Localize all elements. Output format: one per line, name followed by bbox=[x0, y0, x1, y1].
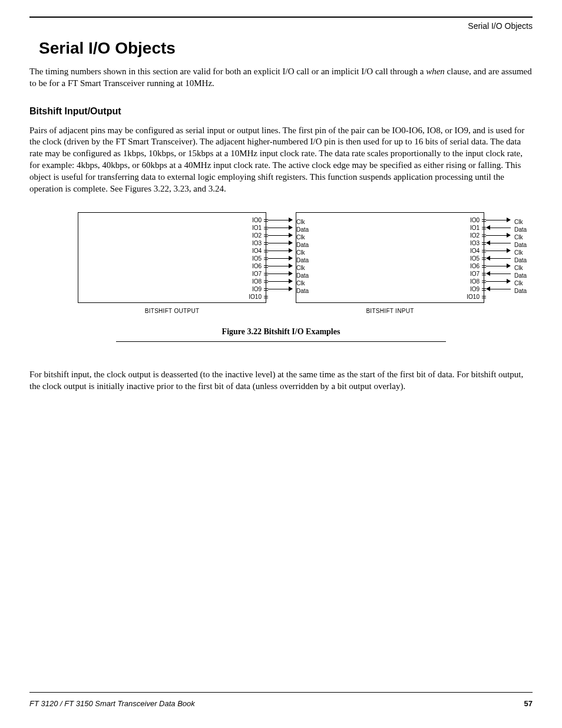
pin-label: IO5 bbox=[462, 255, 480, 262]
pin-row: IO10 bbox=[462, 293, 486, 301]
pin-row: IO0Clk bbox=[244, 216, 268, 224]
figure-3-22: IO0ClkIO1DataIO2ClkIO3DataIO4ClkIO5DataI… bbox=[78, 212, 484, 342]
pin-label: IO0 bbox=[244, 217, 262, 223]
bitshift-input-caption: BITSHIFT INPUT bbox=[296, 308, 484, 314]
running-head: Serial I/O Objects bbox=[29, 21, 533, 31]
arrow-right-icon bbox=[268, 247, 293, 255]
pin-row: IO5Data bbox=[462, 255, 486, 262]
pin-label: IO8 bbox=[244, 278, 262, 285]
pin-tick: Data bbox=[482, 288, 486, 291]
signal-label: Data bbox=[514, 288, 527, 294]
bitshift-clock-note: For bitshift input, the clock output is … bbox=[29, 369, 533, 393]
intro-when-emphasis: when bbox=[426, 67, 445, 76]
footer-rule bbox=[29, 692, 533, 693]
pin-tick: Data bbox=[264, 273, 268, 275]
pin-label: IO7 bbox=[244, 271, 262, 277]
pin-tick: Data bbox=[264, 242, 268, 245]
pin-row: IO9Data bbox=[462, 285, 486, 293]
pin-tick: Clk bbox=[264, 219, 268, 222]
arrow-right-icon bbox=[486, 262, 511, 270]
pin-row: IO2Clk bbox=[244, 232, 268, 239]
signal-label: Data bbox=[296, 288, 309, 294]
arrow-right-icon bbox=[268, 239, 293, 247]
pin-label: IO1 bbox=[462, 225, 480, 231]
arrow-right-icon bbox=[486, 278, 511, 285]
pin-tick: Clk bbox=[482, 265, 486, 268]
pin-tick: Clk bbox=[264, 250, 268, 252]
pin-label: IO6 bbox=[244, 263, 262, 269]
pin-row: IO3Data bbox=[244, 239, 268, 247]
pin-label: IO3 bbox=[462, 240, 480, 246]
pin-tick: Clk bbox=[264, 281, 268, 283]
pin-label: IO2 bbox=[462, 232, 480, 239]
pin-label: IO9 bbox=[244, 286, 262, 292]
intro-paragraph: The timing numbers shown in this section… bbox=[29, 66, 533, 90]
pin-label: IO6 bbox=[462, 263, 480, 269]
pin-tick: Data bbox=[482, 242, 486, 245]
pin-tick: Clk bbox=[482, 219, 486, 222]
pin-tick: Data bbox=[482, 273, 486, 275]
pin-row: IO7Data bbox=[244, 270, 268, 278]
bitshift-output-block: IO0ClkIO1DataIO2ClkIO3DataIO4ClkIO5DataI… bbox=[78, 212, 266, 314]
section-title: Serial I/O Objects bbox=[39, 39, 533, 58]
pin-tick: Data bbox=[264, 227, 268, 229]
intro-text-pre: The timing numbers shown in this section… bbox=[29, 67, 426, 76]
pin-label: IO4 bbox=[244, 248, 262, 254]
arrow-left-icon bbox=[486, 239, 511, 247]
pin-label: IO9 bbox=[462, 286, 480, 292]
pin-row: IO8Clk bbox=[244, 278, 268, 285]
arrow-right-icon bbox=[486, 247, 511, 255]
page-number: 57 bbox=[524, 699, 533, 708]
pin-label: IO2 bbox=[244, 232, 262, 239]
bitshift-input-block: IO0ClkIO1DataIO2ClkIO3DataIO4ClkIO5DataI… bbox=[296, 212, 484, 314]
pin-row: IO4Clk bbox=[244, 247, 268, 255]
figure-caption: Figure 3.22 Bitshift I/O Examples bbox=[78, 327, 484, 337]
arrow-right-icon bbox=[486, 216, 511, 224]
pin-row: IO1Data bbox=[244, 224, 268, 232]
pin-tick: Data bbox=[482, 227, 486, 229]
pin-row: IO3Data bbox=[462, 239, 486, 247]
pin-label: IO5 bbox=[244, 255, 262, 262]
pin-row: IO8Clk bbox=[462, 278, 486, 285]
bitshift-description: Pairs of adjacent pins may be configured… bbox=[29, 125, 533, 195]
pin-label: IO3 bbox=[244, 240, 262, 246]
arrow-right-icon bbox=[268, 224, 293, 232]
pin-tick: Data bbox=[264, 288, 268, 291]
bitshift-output-caption: BITSHIFT OUTPUT bbox=[78, 308, 266, 314]
pin-label: IO10 bbox=[462, 294, 480, 300]
pin-row: IO6Clk bbox=[462, 262, 486, 270]
arrow-right-icon bbox=[268, 285, 293, 293]
pin-tick: Clk bbox=[482, 235, 486, 237]
pin-tick: Clk bbox=[482, 281, 486, 283]
figure-rule bbox=[116, 341, 446, 342]
pin-row: IO10 bbox=[244, 293, 268, 301]
arrow-right-icon bbox=[268, 278, 293, 285]
top-rule bbox=[29, 17, 533, 18]
pin-row: IO0Clk bbox=[462, 216, 486, 224]
subsection-heading: Bitshift Input/Output bbox=[29, 106, 533, 117]
page-footer: FT 3120 / FT 3150 Smart Transceiver Data… bbox=[29, 699, 533, 708]
pin-tick bbox=[264, 296, 268, 298]
pin-label: IO1 bbox=[244, 225, 262, 231]
pin-tick: Clk bbox=[264, 265, 268, 268]
pin-tick: Data bbox=[482, 258, 486, 260]
pin-label: IO0 bbox=[462, 217, 480, 223]
pin-row: IO4Clk bbox=[462, 247, 486, 255]
pin-row: IO2Clk bbox=[462, 232, 486, 239]
pin-label: IO8 bbox=[462, 278, 480, 285]
arrow-right-icon bbox=[268, 216, 293, 224]
pin-label: IO7 bbox=[462, 271, 480, 277]
pin-tick: Data bbox=[264, 258, 268, 260]
pin-label: IO4 bbox=[462, 248, 480, 254]
pin-row: IO1Data bbox=[462, 224, 486, 232]
pin-row: IO5Data bbox=[244, 255, 268, 262]
pin-label: IO10 bbox=[244, 294, 262, 300]
arrow-right-icon bbox=[268, 232, 293, 239]
arrow-right-icon bbox=[486, 232, 511, 239]
pin-row: IO9Data bbox=[244, 285, 268, 293]
pin-tick bbox=[482, 296, 486, 298]
pin-row: IO6Clk bbox=[244, 262, 268, 270]
pin-row: IO7Data bbox=[462, 270, 486, 278]
footer-book-title: FT 3120 / FT 3150 Smart Transceiver Data… bbox=[29, 699, 195, 708]
arrow-left-icon bbox=[486, 285, 511, 293]
